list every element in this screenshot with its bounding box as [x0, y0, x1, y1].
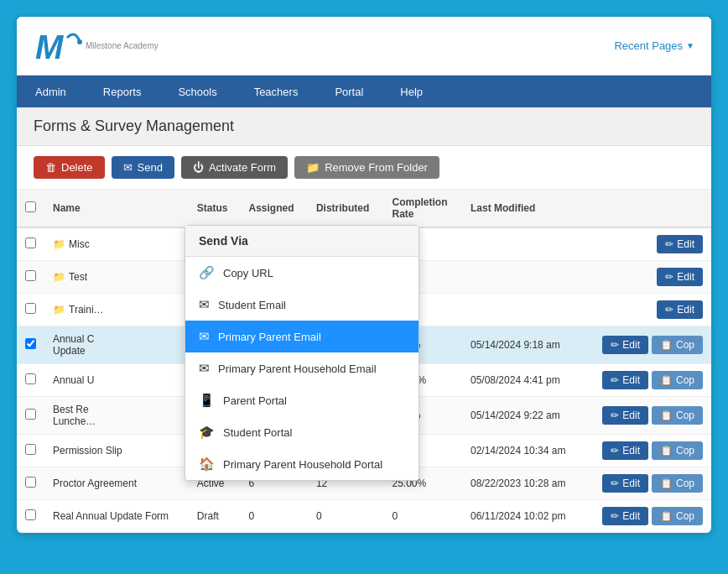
- edit-button[interactable]: ✏ Edit: [657, 235, 703, 253]
- row-name: Annual C Update: [44, 326, 189, 364]
- action-button-group: ✏ Edit📋 Cop: [592, 507, 703, 525]
- toolbar: 🗑 Delete ✉ Send ⏻ Activate Form 📁 Remove…: [17, 146, 711, 190]
- send-via-header: Send Via: [185, 226, 419, 257]
- send-via-item-2[interactable]: ✉Primary Parent Email: [185, 321, 419, 352]
- row-modified: 05/14/2024 9:18 am: [462, 326, 584, 364]
- row-checkbox[interactable]: [25, 303, 36, 314]
- nav-item-admin[interactable]: Admin: [17, 76, 85, 107]
- row-name: Annual U: [44, 364, 189, 397]
- row-modified: 02/14/2024 10:34 am: [462, 435, 584, 467]
- row-checkbox[interactable]: [25, 509, 36, 520]
- copy-button[interactable]: 📋 Cop: [652, 336, 703, 354]
- send-via-item-6[interactable]: 🏠Primary Parent Household Portal: [185, 448, 419, 480]
- row-checkbox[interactable]: [25, 338, 36, 349]
- copy-icon: 📋: [660, 374, 673, 386]
- logo-subtitle: Milestone Academy: [86, 41, 159, 50]
- col-status: Status: [189, 190, 241, 227]
- row-modified: [462, 294, 584, 326]
- nav-item-help[interactable]: Help: [382, 76, 441, 107]
- send-via-item-3[interactable]: ✉Primary Parent Household Email: [185, 352, 419, 384]
- svg-text:M: M: [35, 29, 65, 65]
- row-checkbox[interactable]: [25, 373, 36, 384]
- copy-button[interactable]: 📋 Cop: [652, 474, 703, 493]
- send-via-icon-0: 🔗: [199, 265, 215, 280]
- activate-form-button[interactable]: ⏻ Activate Form: [181, 156, 288, 179]
- col-check: [17, 190, 44, 227]
- send-via-icon-5: 🎓: [199, 425, 215, 440]
- nav-item-reports[interactable]: Reports: [85, 76, 160, 107]
- edit-button[interactable]: ✏ Edit: [602, 406, 648, 425]
- edit-icon: ✏: [611, 374, 619, 386]
- row-name: Best Re Lunche…: [44, 397, 189, 435]
- copy-icon: 📋: [660, 339, 673, 351]
- row-actions: ✏ Edit: [584, 294, 711, 326]
- edit-button[interactable]: ✏ Edit: [602, 474, 648, 493]
- send-via-item-0[interactable]: 🔗Copy URL: [185, 257, 419, 289]
- row-checkbox[interactable]: [25, 444, 36, 455]
- row-modified: 05/14/2024 9:22 am: [462, 397, 584, 435]
- row-checkbox[interactable]: [25, 270, 36, 281]
- delete-button[interactable]: 🗑 Delete: [34, 156, 105, 179]
- folder-label: Remove From Folder: [325, 161, 428, 174]
- table-row: Real Annual Update FormDraft00006/11/202…: [17, 500, 711, 533]
- send-via-icon-1: ✉: [199, 297, 210, 312]
- send-via-icon-3: ✉: [199, 361, 210, 376]
- row-actions: ✏ Edit📋 Cop: [584, 435, 711, 467]
- edit-button[interactable]: ✏ Edit: [602, 371, 648, 389]
- edit-button[interactable]: ✏ Edit: [657, 300, 703, 319]
- edit-button[interactable]: ✏ Edit: [602, 441, 648, 460]
- col-distributed: Distributed: [308, 190, 384, 227]
- send-via-label-5: Student Portal: [223, 426, 292, 439]
- row-name: Proctor Agreement: [44, 467, 189, 500]
- remove-folder-button[interactable]: 📁 Remove From Folder: [294, 156, 439, 179]
- row-modified: 06/11/2024 10:02 pm: [462, 500, 584, 533]
- copy-button[interactable]: 📋 Cop: [652, 406, 703, 425]
- logo-text-area: Milestone Academy: [84, 41, 159, 50]
- row-checkbox[interactable]: [25, 409, 36, 420]
- select-all-checkbox[interactable]: [25, 201, 36, 212]
- recent-pages-button[interactable]: Recent Pages ▼: [614, 39, 694, 52]
- row-actions: ✏ Edit📋 Cop: [584, 397, 711, 435]
- copy-button[interactable]: 📋 Cop: [652, 441, 703, 460]
- copy-button[interactable]: 📋 Cop: [652, 371, 703, 389]
- svg-point-1: [77, 39, 82, 44]
- nav-item-schools[interactable]: Schools: [159, 76, 235, 107]
- send-icon: ✉: [123, 161, 133, 174]
- send-via-item-1[interactable]: ✉Student Email: [185, 289, 419, 321]
- row-name: 📁Misc: [44, 227, 189, 261]
- nav-item-teachers[interactable]: Teachers: [236, 76, 317, 107]
- send-via-label-0: Copy URL: [223, 267, 273, 279]
- folder-icon: 📁: [306, 161, 320, 174]
- header: M Milestone Academy Recent Pages ▼: [17, 17, 711, 76]
- row-checkbox[interactable]: [25, 477, 36, 488]
- edit-icon: ✏: [665, 304, 673, 316]
- logo-image: M: [34, 25, 84, 67]
- activate-label: Activate Form: [209, 161, 276, 174]
- action-button-group: ✏ Edit📋 Cop: [592, 406, 703, 425]
- edit-button[interactable]: ✏ Edit: [657, 268, 703, 286]
- send-via-icon-6: 🏠: [199, 457, 215, 472]
- copy-icon: 📋: [660, 445, 673, 457]
- row-modified: [462, 261, 584, 294]
- row-modified: 05/08/2024 4:41 pm: [462, 364, 584, 397]
- row-distributed: 0: [308, 500, 384, 533]
- row-name: 📁Test: [44, 261, 189, 294]
- copy-button[interactable]: 📋 Cop: [652, 507, 703, 525]
- row-checkbox[interactable]: [25, 237, 36, 248]
- copy-icon: 📋: [660, 510, 673, 522]
- row-actions: ✏ Edit📋 Cop: [584, 326, 711, 364]
- row-actions: ✏ Edit: [584, 227, 711, 261]
- send-button[interactable]: ✉ Send: [112, 156, 174, 179]
- row-actions: ✏ Edit📋 Cop: [584, 500, 711, 533]
- edit-button[interactable]: ✏ Edit: [602, 336, 648, 354]
- send-via-label-2: Primary Parent Email: [218, 331, 321, 343]
- send-via-item-5[interactable]: 🎓Student Portal: [185, 416, 419, 448]
- send-via-item-4[interactable]: 📱Parent Portal: [185, 384, 419, 416]
- edit-icon: ✏: [611, 410, 619, 421]
- edit-button[interactable]: ✏ Edit: [602, 507, 648, 525]
- row-name: 📁Traini…: [44, 294, 189, 326]
- send-via-label-6: Primary Parent Household Portal: [223, 458, 382, 471]
- row-modified: [462, 227, 584, 261]
- row-assigned: 0: [240, 500, 307, 533]
- nav-item-portal[interactable]: Portal: [316, 76, 382, 107]
